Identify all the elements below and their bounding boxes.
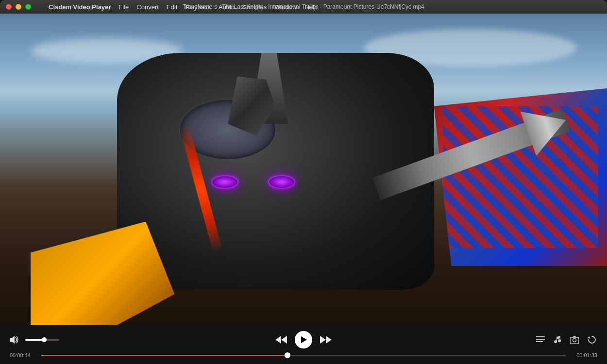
svg-rect-10 [556,337,557,342]
total-time: 00:01:33 [571,352,597,358]
playback-controls [275,331,332,348]
video-frame [0,14,607,325]
robot-head [117,53,434,290]
forward-button[interactable] [320,335,332,345]
svg-rect-7 [536,341,543,342]
minimize-button[interactable] [16,4,21,10]
robot-face-slash [180,125,222,253]
svg-rect-5 [536,336,545,337]
traffic-lights [6,4,31,10]
progress-thumb[interactable] [285,352,290,358]
music-note-icon [554,336,561,344]
volume-thumb[interactable] [42,337,47,342]
menu-item-convert[interactable]: Convert [133,0,163,14]
svg-marker-0 [10,336,15,344]
svg-point-13 [573,339,576,342]
extra-controls [490,334,597,345]
progress-bar[interactable] [41,355,566,356]
svg-marker-1 [275,336,281,344]
playlist-button[interactable] [535,335,546,344]
play-pause-button[interactable] [295,331,312,348]
screenshot-button[interactable] [569,335,580,345]
menu-item-edit[interactable]: Edit [163,0,181,14]
rewind-button[interactable] [275,335,287,345]
rotate-button[interactable] [587,334,597,345]
rotate-icon [588,335,596,344]
volume-icon [10,336,19,344]
apple-menu[interactable] [35,0,43,14]
volume-control-group [10,336,117,344]
svg-marker-4 [326,336,332,344]
current-time: 00:00:44 [10,352,36,358]
camera-icon [570,336,579,344]
progress-row: 00:00:44 00:01:33 [10,352,597,358]
maximize-button[interactable] [25,4,31,10]
app-window: Cisdem Video Player File Convert Edit Pl… [0,0,607,364]
robot-eye-right [269,176,294,188]
menu-item-file[interactable]: File [115,0,133,14]
video-area[interactable] [0,14,607,325]
volume-button[interactable] [10,336,19,344]
svg-point-9 [558,339,561,342]
svg-marker-3 [320,336,326,344]
robot-eye-left [212,176,237,188]
forward-icon [320,335,332,345]
rewind-icon [275,335,287,345]
progress-fill [41,355,288,356]
titlebar: Cisdem Video Player File Convert Edit Pl… [0,0,607,14]
controls-top-row [10,331,597,348]
robot-shoulder-right [434,88,607,266]
music-button[interactable] [553,335,562,345]
playlist-icon [536,336,545,343]
robot-body [31,29,607,325]
svg-marker-2 [281,336,287,344]
close-button[interactable] [6,4,12,10]
controls-bar: 00:00:44 00:01:33 [0,325,607,364]
svg-rect-11 [560,336,560,341]
window-title: Transformers - The Last Knight - Interna… [183,3,424,10]
volume-slider[interactable] [25,339,59,341]
svg-marker-14 [588,336,590,339]
app-name-menu[interactable]: Cisdem Video Player [45,0,115,14]
svg-rect-6 [536,339,545,340]
